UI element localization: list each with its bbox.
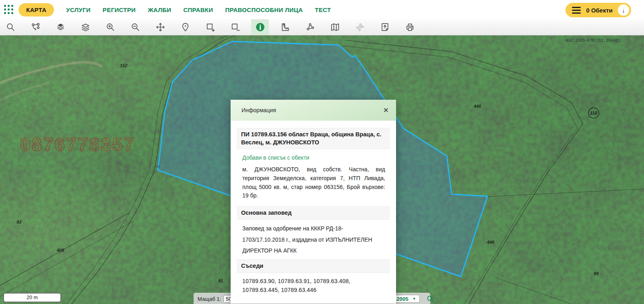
main-menu: КАРТА УСЛУГИ РЕГИСТРИ ЖАЛБИ СПРАВКИ ПРАВ… bbox=[19, 3, 331, 16]
info-popup: Информация ✕ ПИ 10789.63.156 област Врац… bbox=[231, 100, 396, 304]
scale-bar-label: 20 m bbox=[27, 295, 38, 300]
location-pin-icon bbox=[180, 22, 190, 32]
scale-label: Мащаб 1: bbox=[198, 296, 221, 302]
tool-pan[interactable] bbox=[151, 19, 169, 35]
tool-zoom-out[interactable] bbox=[126, 19, 144, 35]
popup-title: Информация bbox=[242, 107, 276, 113]
section-title-order: Основна заповед bbox=[237, 206, 390, 220]
survey-point-label: 110 bbox=[590, 111, 597, 115]
parcel-label: 408 bbox=[56, 248, 64, 253]
coordinate-grid-icon bbox=[355, 22, 365, 32]
parcel-label: 152 bbox=[120, 63, 127, 68]
measure-area-icon bbox=[305, 22, 315, 32]
tool-measure-area[interactable] bbox=[301, 19, 319, 35]
nav-item-registri[interactable]: РЕГИСТРИ bbox=[103, 6, 136, 13]
parcel-details-text: м. ДЖУНОВСКОТО, вид собств. Частна, вид … bbox=[242, 165, 385, 200]
base-layers-icon bbox=[56, 22, 66, 32]
tool-go-to-point[interactable] bbox=[176, 19, 194, 35]
export-icon bbox=[380, 22, 390, 32]
parcel-label: 446 bbox=[473, 104, 481, 109]
nav-item-zhalbi[interactable]: ЖАЛБИ bbox=[148, 6, 171, 13]
parcel-label: 89 bbox=[594, 271, 599, 276]
chevron-down-icon: ▼ bbox=[413, 297, 416, 301]
select-rect-remove-icon bbox=[230, 22, 240, 32]
tool-zoom-in[interactable] bbox=[101, 19, 119, 35]
neighbors-text: 10789.63.90, 10789.63.91, 10789.63.408, … bbox=[242, 277, 385, 295]
nav-item-pravosposobni-litsa[interactable]: ПРАВОСПОСОБНИ ЛИЦА bbox=[225, 6, 303, 13]
map-canvas[interactable]: 152 446 110 93 408 156 91 446 89 0876778… bbox=[0, 35, 644, 304]
parcel-label: 91 bbox=[218, 278, 223, 283]
pan-icon bbox=[155, 22, 165, 32]
parcel-label: 93 bbox=[17, 220, 21, 224]
parcel-label: 156 bbox=[154, 164, 160, 168]
corner-coordinates: ККС 2005 4791791, 350481 bbox=[566, 38, 621, 43]
info-popup-body: ПИ 10789.63.156 област Враца, община Вра… bbox=[231, 121, 396, 304]
objects-list-pill[interactable]: 0 Обекти ↓ bbox=[566, 3, 631, 17]
tool-print[interactable] bbox=[401, 19, 419, 35]
select-rect-add-icon bbox=[205, 22, 215, 32]
objects-count-label: 0 Обекти bbox=[586, 7, 613, 14]
tool-coordinate-grid bbox=[351, 19, 369, 35]
nav-item-test[interactable]: ТЕСТ bbox=[315, 6, 331, 13]
parcel-label: 446 bbox=[487, 240, 495, 244]
order-text: Заповед за одобрение на КККР РД-18-1703/… bbox=[242, 223, 385, 256]
close-icon[interactable]: ✕ bbox=[382, 105, 390, 115]
nav-item-karta[interactable]: КАРТА bbox=[19, 3, 54, 16]
tool-info[interactable] bbox=[251, 19, 269, 35]
tool-select-rect-add[interactable] bbox=[201, 19, 219, 35]
tool-export[interactable] bbox=[376, 19, 394, 35]
tool-measure-distance[interactable] bbox=[276, 19, 294, 35]
tool-base-layers[interactable] bbox=[52, 19, 69, 35]
tool-layers[interactable] bbox=[76, 19, 94, 35]
coordinate-search-button[interactable] bbox=[426, 295, 434, 303]
search-icon bbox=[426, 295, 434, 303]
relations-icon bbox=[31, 22, 41, 32]
menu-icon bbox=[572, 7, 581, 14]
tool-select-rect-remove[interactable] bbox=[226, 19, 244, 35]
layers-icon bbox=[80, 22, 91, 32]
parcel-heading: ПИ 10789.63.156 област Враца, община Вра… bbox=[237, 128, 390, 149]
tool-map-sheets[interactable] bbox=[326, 19, 344, 35]
watermark-text: 0876778357 bbox=[20, 134, 135, 155]
zoom-out-icon bbox=[130, 22, 140, 32]
app-grid-icon[interactable] bbox=[4, 5, 14, 14]
collapse-arrow-button[interactable]: ↓ bbox=[618, 4, 629, 16]
nav-item-uslugi[interactable]: УСЛУГИ bbox=[66, 6, 91, 13]
map-toolbar bbox=[0, 19, 644, 35]
nav-item-spravki[interactable]: СПРАВКИ bbox=[183, 6, 213, 13]
top-nav: КАРТА УСЛУГИ РЕГИСТРИ ЖАЛБИ СПРАВКИ ПРАВ… bbox=[0, 0, 644, 19]
ruler-icon bbox=[280, 22, 290, 32]
add-to-objects-link[interactable]: Добави в списък с обекти bbox=[242, 154, 309, 161]
map-icon bbox=[330, 22, 340, 32]
tool-search[interactable] bbox=[2, 19, 19, 35]
tool-object-relations[interactable] bbox=[27, 19, 44, 35]
zoom-in-icon bbox=[105, 22, 116, 32]
section-title-neighbors: Съседи bbox=[237, 259, 390, 273]
print-icon bbox=[405, 22, 415, 32]
search-icon bbox=[6, 22, 16, 32]
info-icon bbox=[255, 22, 265, 32]
info-popup-header: Информация ✕ bbox=[231, 100, 396, 121]
scale-bar: 20 m bbox=[3, 293, 61, 302]
